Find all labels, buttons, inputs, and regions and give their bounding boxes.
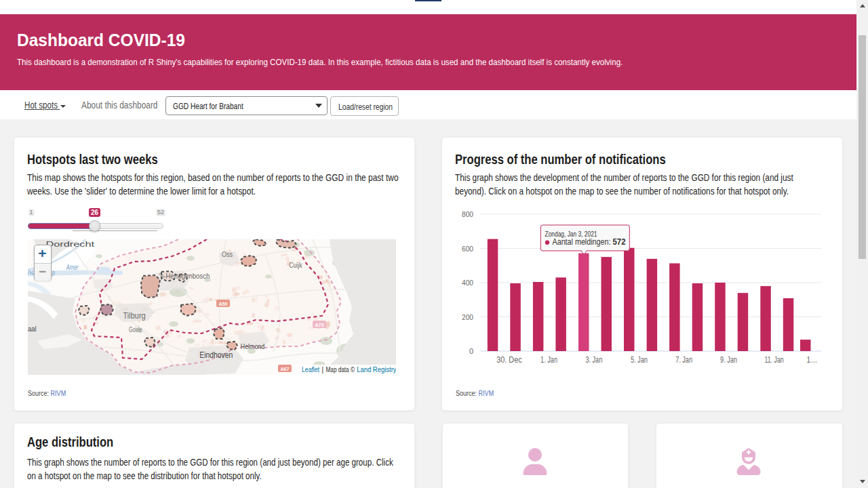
svg-text:5. Jan: 5. Jan: [631, 355, 648, 365]
svg-text:30. Dec: 30. Dec: [496, 355, 521, 365]
svg-text:11. Jan: 11. Jan: [765, 355, 784, 365]
svg-text:Helmond: Helmond: [241, 342, 264, 350]
svg-text:aal: aal: [28, 325, 37, 333]
svg-text:800: 800: [462, 210, 473, 218]
svg-text:7. Jan: 7. Jan: [675, 355, 692, 365]
svg-text:600: 600: [462, 245, 473, 253]
svg-text:Goirle: Goirle: [129, 326, 142, 333]
svg-text:Eindhoven: Eindhoven: [199, 350, 233, 360]
svg-text:1. Jan: 1. Jan: [540, 355, 557, 365]
svg-text:p: p: [52, 269, 55, 277]
svg-text:Cuijk: Cuijk: [289, 261, 302, 269]
svg-text:Leaflet|Map data ©Land Registr: Leaflet|Map data ©Land Registry: [302, 366, 396, 373]
svg-text:0: 0: [469, 347, 473, 355]
svg-text:Oss: Oss: [222, 250, 233, 258]
svg-text:A73: A73: [315, 322, 324, 328]
svg-text:A67: A67: [281, 366, 290, 372]
svg-text:3. Jan: 3. Jan: [585, 355, 602, 365]
svg-text:9. Jan: 9. Jan: [720, 355, 737, 365]
svg-text:Zondag, Jan 3, 2021: Zondag, Jan 3, 2021: [545, 230, 597, 238]
svg-text:Dordrecht: Dordrecht: [45, 240, 94, 248]
svg-text:'s-Hertogenbosch: 's-Hertogenbosch: [159, 272, 210, 280]
svg-text:400: 400: [462, 279, 473, 287]
svg-text:1…: 1…: [807, 355, 818, 365]
svg-text:200: 200: [462, 313, 473, 321]
svg-text:Tilburg: Tilburg: [123, 311, 146, 321]
svg-text:Aantal meldingen:572: Aantal meldingen:572: [553, 237, 626, 247]
svg-text:A50: A50: [219, 301, 228, 307]
svg-text:Amer: Amer: [66, 264, 79, 271]
